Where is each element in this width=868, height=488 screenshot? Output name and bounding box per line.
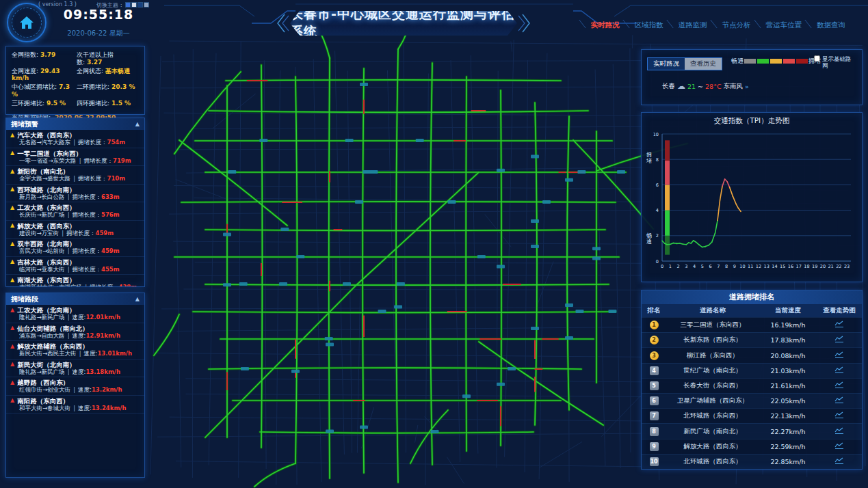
theme-color-swatch[interactable] <box>144 2 149 8</box>
svg-text:2: 2 <box>676 264 679 269</box>
nav-item-1[interactable]: 实时路况 <box>583 19 627 31</box>
trend-chart-icon[interactable] <box>834 457 844 465</box>
weather-bar: 长春 ☁ 21 ~ 28°C 东南风 » <box>662 81 856 91</box>
ranking-row[interactable]: 4世纪广场（南向北）21.03km/h <box>642 363 862 378</box>
svg-text:6: 6 <box>709 264 711 269</box>
warning-item[interactable]: ▲西环城路（北向南）新月路→长白公路|拥堵长度：633m <box>6 185 144 203</box>
svg-text:2: 2 <box>656 233 659 239</box>
ranking-row[interactable]: 1三零二国道（东向西）16.19km/h <box>642 317 862 332</box>
congestion-item[interactable]: ▲工农大路（北向南）隆礼路→新民广场|速度:12.01km/h <box>6 305 144 323</box>
tab-realtime[interactable]: 实时路况 <box>648 58 685 70</box>
trend-chart-icon[interactable] <box>834 427 844 435</box>
svg-text:0: 0 <box>656 259 659 265</box>
ranking-row[interactable]: 6卫星广场辅路（西向东）22.05km/h <box>642 393 862 408</box>
trend-chart-icon[interactable] <box>834 411 844 419</box>
nav-item-4[interactable]: 节点分析 <box>715 19 759 31</box>
trend-chart-icon[interactable] <box>834 366 844 374</box>
warning-item[interactable]: ▲一零二国道（东向西）一零一省道→东荣大路|拥堵长度：719m <box>6 148 144 167</box>
separator: | <box>73 175 75 182</box>
road-name: 一零二国道（东向西） <box>17 150 82 157</box>
ranking-speed: 22.05km/h <box>759 397 817 405</box>
legend-color-blocks <box>744 58 808 65</box>
legend-color-block <box>796 59 808 64</box>
collapse-icon[interactable]: ▲ <box>135 296 140 302</box>
road-segment: 浦东路→自由大路 <box>19 332 65 339</box>
congestion-item[interactable]: ▲南阳路（东向西）和平大街→春城大街|速度:13.24km/h <box>6 396 144 414</box>
congestion-item[interactable]: ▲越野路（西向东）红领巾街→创业大街|速度:13.2km/h <box>6 377 144 396</box>
ranking-row[interactable]: 10北环城路（西向东）22.85km/h <box>642 454 862 469</box>
warning-panel-title: 拥堵预警 <box>11 120 38 129</box>
ranking-row[interactable]: 8新民广场（南向北）22.27km/h <box>642 423 862 438</box>
warning-item[interactable]: ▲吉林大路（东向西）临河街→亚泰大街|拥堵长度：455m <box>6 257 144 275</box>
stat-value: 9.5 % <box>47 100 66 107</box>
nav-item-6[interactable]: 数据查询 <box>809 19 853 31</box>
road-segment: 长庆街→新民广场 <box>19 211 65 218</box>
trend-chart-icon[interactable] <box>834 381 844 389</box>
stat-item: 中心城区拥堵比:7.3 % <box>12 83 74 98</box>
congestion-item[interactable]: ▲新民大街（北向南）隆礼路→新民广场|速度:13.18km/h <box>6 360 144 378</box>
road-segment: 富民大街→站前街 <box>19 247 65 254</box>
trend-chart-icon[interactable] <box>834 442 844 450</box>
nav-item-3[interactable]: 道路监测 <box>671 19 715 31</box>
collapse-icon[interactable]: ▲ <box>135 121 140 127</box>
metric-label: 拥堵长度： <box>73 193 102 200</box>
road-name: 双丰西路（北向南） <box>17 240 76 247</box>
ranking-row[interactable]: 5长春大街（东向西）21.61km/h <box>642 378 862 393</box>
nav-item-5[interactable]: 营运车位置 <box>759 19 810 31</box>
separator: | <box>73 405 75 411</box>
warning-item[interactable]: ▲双丰西路（北向南）富民大街→站前街|拥堵长度：459m <box>6 239 144 257</box>
trend-chart-icon[interactable] <box>834 336 844 343</box>
tpi-line-chart: 0246810012345678910111213141516171819202… <box>642 126 858 280</box>
ranking-row[interactable]: 7北环城路（东向西）22.13km/h <box>642 408 862 423</box>
legend-color-block <box>757 59 769 64</box>
home-logo-button[interactable] <box>7 3 47 42</box>
congestion-list: ▲工农大路（北向南）隆礼路→新民广场|速度:12.01km/h▲仙台大街辅路（南… <box>6 305 144 414</box>
stat-item: 二环拥堵比:20.3 % <box>77 83 139 98</box>
nav-item-2[interactable]: 区域指数 <box>627 19 671 31</box>
ranking-speed: 22.85km/h <box>759 458 817 465</box>
rank-badge: 8 <box>650 427 659 436</box>
congestion-item[interactable]: ▲解放大路辅路（东向西）新民大街→西民主大街|速度:13.01km/h <box>6 341 144 360</box>
stat-item: 全网速度:29.43 km/h <box>12 68 74 83</box>
svg-text:4: 4 <box>693 264 696 269</box>
congestion-item[interactable]: ▲仙台大街辅路（南向北）浦东路→自由大路|速度:12.91km/h <box>6 323 144 342</box>
rank-badge: 3 <box>650 351 659 360</box>
metric-value: 719m <box>113 157 131 164</box>
ranking-row[interactable]: 3柳江路（东向西）20.08km/h <box>642 347 862 362</box>
svg-text:拥堵: 拥堵 <box>646 152 652 164</box>
weather-low: 21 <box>687 83 696 90</box>
rank-badge: 4 <box>650 366 659 375</box>
ranking-column-header: 排名 <box>642 306 666 315</box>
trend-chart-icon[interactable] <box>834 351 844 359</box>
warning-item[interactable]: ▲工农大路（东向西）长庆街→新民广场|拥堵长度：576m <box>6 202 144 221</box>
trend-chart-icon[interactable] <box>834 396 844 404</box>
svg-text:11: 11 <box>748 264 753 269</box>
warning-item[interactable]: ▲新阳街（南向北）全宇大路→盛世大路|拥堵长度：710m <box>6 166 144 185</box>
basemap-checkbox[interactable] <box>814 55 820 62</box>
warning-item[interactable]: ▲汽车大路（西向东）无名路→汽车大路东|拥堵长度：754m <box>6 130 144 148</box>
weather-more-link[interactable]: » <box>745 83 749 90</box>
ranking-speed: 21.03km/h <box>759 367 817 375</box>
warning-triangle-icon: ▲ <box>10 205 14 211</box>
stats-grid: 全网指数:3.79次干道以上指数:3.27全网速度:29.43 km/h全网状态… <box>6 46 144 113</box>
ranking-road-name: 世纪广场（南向北） <box>666 366 759 375</box>
ranking-column-header: 道路名称 <box>666 306 759 315</box>
ranking-row[interactable]: 2长新东路（西向东）17.83km/h <box>642 332 862 347</box>
metric-label: 速度: <box>78 405 92 411</box>
tab-history[interactable]: 查看历史 <box>685 58 722 70</box>
congestion-triangle-icon: ▲ <box>10 398 14 403</box>
ranking-row[interactable]: 9解放大路（西向东）22.59km/h <box>642 439 862 454</box>
metric-value: 459m <box>101 247 120 254</box>
road-segment: 建设街→万宝街 <box>19 230 59 236</box>
legend-color-block <box>744 59 756 64</box>
metric-value: 455m <box>101 266 120 273</box>
metric-value: 13.18km/h <box>86 368 120 375</box>
congestion-ranking-panel: 道路拥堵排名 排名道路名称当前速度查看走势图 1三零二国道（东向西）16.19k… <box>641 290 863 470</box>
warning-item[interactable]: ▲南湖大路（东向西）南湖新村中街→南湖广场|拥堵长度：438m <box>6 275 144 287</box>
stat-item: 三环拥堵比:9.5 % <box>12 100 74 111</box>
trend-chart-icon[interactable] <box>834 321 844 328</box>
svg-text:9: 9 <box>733 264 736 269</box>
road-name: 解放大路辅路（东向西） <box>17 342 89 350</box>
separator: | <box>79 350 81 357</box>
warning-item[interactable]: ▲解放大路（西向东）建设街→万宝街|拥堵长度：459m <box>6 221 144 239</box>
